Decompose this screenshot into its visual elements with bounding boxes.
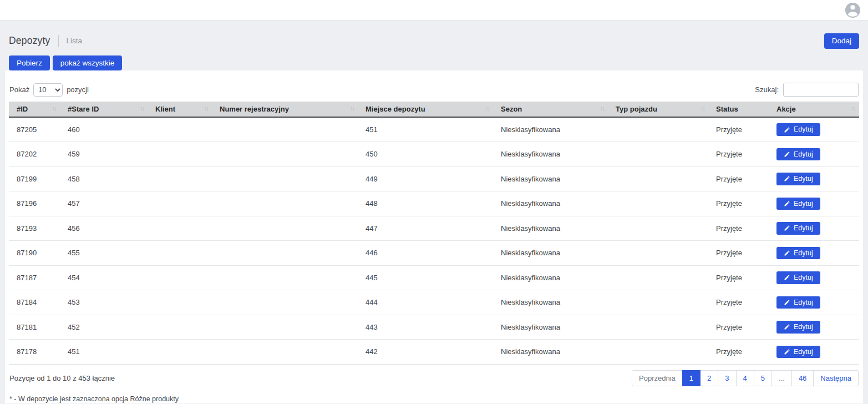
column-header[interactable]: Status ↑↓ (708, 102, 769, 117)
column-header-label: Klient (155, 105, 175, 113)
edit-button-label: Edytuj (794, 299, 813, 306)
edit-button[interactable]: Edytuj (776, 346, 820, 358)
cell-client (148, 265, 212, 290)
edit-button[interactable]: Edytuj (776, 222, 820, 235)
edit-button[interactable]: Edytuj (776, 296, 820, 309)
sort-icon: ↑↓ (350, 105, 354, 112)
table-row: 87178 451 442 Niesklasyfikowana Przyjęte… (9, 340, 859, 365)
cell-actions: Edytuj (769, 290, 859, 315)
cell-season: Niesklasyfikowana (493, 191, 608, 216)
edit-button[interactable]: Edytuj (776, 123, 820, 136)
cell-deposit-place: 445 (358, 265, 493, 290)
cell-actions: Edytuj (769, 241, 859, 266)
cell-id: 87199 (9, 166, 60, 191)
cell-season: Niesklasyfikowana (493, 117, 608, 142)
cell-client (148, 117, 212, 142)
search-input[interactable] (783, 83, 859, 97)
cell-reg-number (212, 340, 358, 365)
cell-reg-number (212, 117, 358, 142)
sort-icon: ↑↓ (52, 105, 56, 112)
table-row: 87190 455 446 Niesklasyfikowana Przyjęte… (9, 241, 859, 266)
cell-id: 87193 (9, 216, 60, 241)
pagination: Poprzednia 12345...46Następna (632, 370, 859, 386)
edit-button[interactable]: Edytuj (776, 198, 820, 210)
cell-actions: Edytuj (769, 191, 859, 216)
pagination-page[interactable]: 46 (791, 370, 814, 386)
cell-actions: Edytuj (769, 340, 859, 365)
length-label-after: pozycji (67, 85, 89, 94)
edit-button[interactable]: Edytuj (776, 271, 820, 284)
pagination-previous[interactable]: Poprzednia (632, 370, 683, 386)
cell-vehicle-type (608, 340, 708, 365)
pagination-page[interactable]: 2 (700, 370, 718, 386)
download-button[interactable]: Pobierz (9, 55, 50, 71)
cell-season: Niesklasyfikowana (493, 241, 608, 266)
user-avatar[interactable] (845, 3, 860, 18)
cell-status: Przyjęte (708, 241, 769, 266)
pencil-icon (784, 225, 790, 231)
edit-button-label: Edytuj (794, 175, 813, 183)
edit-button[interactable]: Edytuj (776, 148, 820, 161)
pagination-page[interactable]: 1 (682, 370, 701, 386)
table-row: 87196 457 448 Niesklasyfikowana Przyjęte… (9, 191, 859, 216)
cell-id: 87202 (9, 142, 60, 167)
pagination-page[interactable]: 4 (736, 370, 754, 386)
add-button[interactable]: Dodaj (824, 33, 859, 49)
cell-id: 87187 (9, 265, 60, 290)
cell-vehicle-type (608, 142, 708, 167)
column-header[interactable]: Klient ↑↓ (148, 102, 212, 117)
table-card: Pokaż 10 pozycji Szukaj: #ID ↑↓ #Stare I… (5, 70, 863, 403)
cell-old-id: 453 (60, 290, 148, 315)
page-length-select[interactable]: 10 (33, 83, 63, 97)
sort-icon: ↑↓ (701, 105, 704, 112)
cell-season: Niesklasyfikowana (493, 290, 608, 315)
cell-status: Przyjęte (708, 315, 769, 340)
cell-vehicle-type (608, 117, 708, 142)
column-header[interactable]: Numer rejestracyjny ↑↓ (212, 102, 358, 117)
pagination-page[interactable]: 5 (754, 370, 772, 386)
cell-status: Przyjęte (708, 340, 769, 365)
column-header[interactable]: Typ pojazdu ↑↓ (608, 102, 708, 117)
cell-season: Niesklasyfikowana (493, 340, 608, 365)
cell-old-id: 454 (60, 265, 148, 290)
cell-reg-number (212, 216, 358, 241)
show-all-button[interactable]: pokaż wszystkie (53, 55, 123, 71)
cell-reg-number (212, 315, 358, 340)
page-content: Depozyty Lista Dodaj Pobierz pokaż wszys… (0, 21, 868, 403)
column-header[interactable]: Miejsce depozytu ↑↓ (358, 102, 493, 117)
cell-status: Przyjęte (708, 216, 769, 241)
cell-status: Przyjęte (708, 117, 769, 142)
edit-button[interactable]: Edytuj (776, 321, 820, 334)
cell-old-id: 457 (60, 191, 148, 216)
column-header-label: Typ pojazdu (616, 105, 657, 113)
column-header[interactable]: Akcje ↑↓ (769, 102, 859, 117)
cell-reg-number (212, 142, 358, 167)
cell-actions: Edytuj (769, 315, 859, 340)
column-header[interactable]: #ID ↑↓ (9, 102, 60, 117)
cell-status: Przyjęte (708, 166, 769, 191)
footnote: * - W depozycie jest zaznaczona opcja Ró… (9, 386, 859, 403)
edit-button-label: Edytuj (794, 225, 813, 232)
page-title: Depozyty (9, 35, 50, 47)
pencil-icon (784, 250, 790, 256)
column-header[interactable]: #Stare ID ↑↓ (60, 102, 148, 117)
cell-status: Przyjęte (708, 142, 769, 167)
column-header-label: Sezon (501, 105, 522, 113)
edit-button[interactable]: Edytuj (776, 247, 820, 260)
cell-id: 87178 (9, 340, 60, 365)
column-header-label: #ID (17, 105, 28, 113)
cell-client (148, 241, 212, 266)
column-header[interactable]: Sezon ↑↓ (493, 102, 608, 117)
cell-client (148, 290, 212, 315)
pagination-page[interactable]: 3 (718, 370, 736, 386)
column-header-label: Akcje (776, 105, 796, 113)
cell-actions: Edytuj (769, 117, 859, 142)
user-icon (845, 3, 860, 18)
pagination-next[interactable]: Następna (813, 370, 859, 386)
cell-deposit-place: 443 (358, 315, 493, 340)
edit-button[interactable]: Edytuj (776, 173, 820, 185)
pencil-icon (784, 127, 790, 133)
edit-button-label: Edytuj (794, 250, 813, 257)
search-control: Szukaj: (755, 83, 859, 97)
pagination-page[interactable]: ... (771, 370, 792, 386)
